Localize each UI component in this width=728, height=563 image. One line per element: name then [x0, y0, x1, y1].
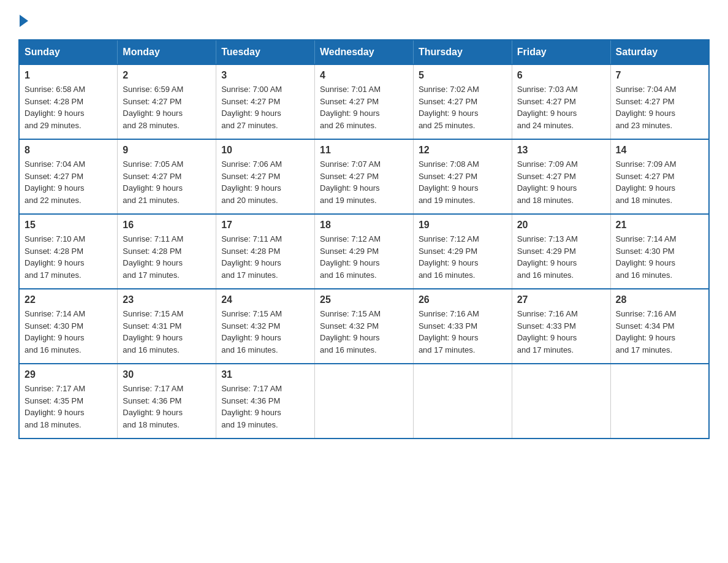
calendar-cell: 20 Sunrise: 7:13 AMSunset: 4:29 PMDaylig… [512, 214, 610, 289]
calendar-cell: 11 Sunrise: 7:07 AMSunset: 4:27 PMDaylig… [315, 139, 414, 214]
day-number: 21 [616, 220, 703, 231]
page-header [18, 12, 710, 27]
day-info: Sunrise: 7:12 AMSunset: 4:29 PMDaylight:… [419, 234, 479, 280]
calendar-week-row: 15 Sunrise: 7:10 AMSunset: 4:28 PMDaylig… [19, 214, 709, 289]
day-number: 18 [320, 220, 408, 231]
calendar-cell: 29 Sunrise: 7:17 AMSunset: 4:35 PMDaylig… [19, 364, 118, 439]
logo-arrow-icon [20, 15, 28, 27]
day-number: 29 [25, 369, 112, 380]
day-info: Sunrise: 7:06 AMSunset: 4:27 PMDaylight:… [221, 159, 282, 205]
day-number: 27 [517, 294, 605, 305]
calendar-header-row: SundayMondayTuesdayWednesdayThursdayFrid… [19, 40, 709, 64]
day-info: Sunrise: 7:09 AMSunset: 4:27 PMDaylight:… [616, 159, 677, 205]
calendar-cell: 13 Sunrise: 7:09 AMSunset: 4:27 PMDaylig… [512, 139, 610, 214]
day-info: Sunrise: 7:12 AMSunset: 4:29 PMDaylight:… [320, 234, 381, 280]
calendar-week-row: 8 Sunrise: 7:04 AMSunset: 4:27 PMDayligh… [19, 139, 709, 214]
weekday-header-monday: Monday [118, 40, 216, 64]
day-number: 4 [320, 70, 408, 81]
day-number: 24 [221, 294, 309, 305]
calendar-cell: 5 Sunrise: 7:02 AMSunset: 4:27 PMDayligh… [413, 64, 512, 139]
day-info: Sunrise: 7:08 AMSunset: 4:27 PMDaylight:… [419, 159, 479, 205]
day-info: Sunrise: 7:15 AMSunset: 4:31 PMDaylight:… [123, 309, 183, 354]
calendar-cell: 26 Sunrise: 7:16 AMSunset: 4:33 PMDaylig… [413, 289, 512, 364]
day-info: Sunrise: 7:07 AMSunset: 4:27 PMDaylight:… [320, 159, 381, 205]
calendar-cell [610, 364, 709, 439]
calendar-cell [413, 364, 512, 439]
calendar-cell: 6 Sunrise: 7:03 AMSunset: 4:27 PMDayligh… [512, 64, 610, 139]
calendar-cell: 30 Sunrise: 7:17 AMSunset: 4:36 PMDaylig… [118, 364, 216, 439]
calendar-cell: 2 Sunrise: 6:59 AMSunset: 4:27 PMDayligh… [118, 64, 216, 139]
day-info: Sunrise: 7:11 AMSunset: 4:28 PMDaylight:… [123, 234, 183, 280]
day-info: Sunrise: 7:17 AMSunset: 4:36 PMDaylight:… [123, 384, 183, 429]
logo [18, 12, 28, 27]
weekday-header-sunday: Sunday [19, 40, 118, 64]
day-info: Sunrise: 7:17 AMSunset: 4:36 PMDaylight:… [221, 384, 282, 429]
weekday-header-tuesday: Tuesday [216, 40, 315, 64]
calendar-cell: 14 Sunrise: 7:09 AMSunset: 4:27 PMDaylig… [610, 139, 709, 214]
calendar-cell: 21 Sunrise: 7:14 AMSunset: 4:30 PMDaylig… [610, 214, 709, 289]
day-info: Sunrise: 6:58 AMSunset: 4:28 PMDaylight:… [25, 85, 85, 130]
day-info: Sunrise: 7:05 AMSunset: 4:27 PMDaylight:… [123, 159, 183, 205]
day-number: 11 [320, 145, 408, 156]
day-number: 15 [25, 220, 112, 231]
day-number: 8 [25, 145, 112, 156]
day-info: Sunrise: 7:16 AMSunset: 4:34 PMDaylight:… [616, 309, 677, 354]
calendar-cell: 12 Sunrise: 7:08 AMSunset: 4:27 PMDaylig… [413, 139, 512, 214]
day-info: Sunrise: 7:14 AMSunset: 4:30 PMDaylight:… [25, 309, 85, 354]
day-number: 19 [419, 220, 507, 231]
calendar-cell: 3 Sunrise: 7:00 AMSunset: 4:27 PMDayligh… [216, 64, 315, 139]
calendar-cell: 10 Sunrise: 7:06 AMSunset: 4:27 PMDaylig… [216, 139, 315, 214]
day-number: 5 [419, 70, 507, 81]
calendar-cell: 18 Sunrise: 7:12 AMSunset: 4:29 PMDaylig… [315, 214, 414, 289]
day-number: 23 [123, 294, 211, 305]
calendar-cell: 16 Sunrise: 7:11 AMSunset: 4:28 PMDaylig… [118, 214, 216, 289]
day-info: Sunrise: 7:01 AMSunset: 4:27 PMDaylight:… [320, 85, 381, 130]
day-number: 10 [221, 145, 309, 156]
day-info: Sunrise: 7:10 AMSunset: 4:28 PMDaylight:… [25, 234, 85, 280]
day-number: 2 [123, 70, 211, 81]
day-info: Sunrise: 7:16 AMSunset: 4:33 PMDaylight:… [517, 309, 578, 354]
calendar-week-row: 29 Sunrise: 7:17 AMSunset: 4:35 PMDaylig… [19, 364, 709, 439]
day-number: 9 [123, 145, 211, 156]
calendar-cell: 9 Sunrise: 7:05 AMSunset: 4:27 PMDayligh… [118, 139, 216, 214]
day-number: 7 [616, 70, 703, 81]
day-number: 28 [616, 294, 703, 305]
day-info: Sunrise: 7:17 AMSunset: 4:35 PMDaylight:… [25, 384, 85, 429]
calendar-cell: 24 Sunrise: 7:15 AMSunset: 4:32 PMDaylig… [216, 289, 315, 364]
day-info: Sunrise: 7:04 AMSunset: 4:27 PMDaylight:… [616, 85, 677, 130]
weekday-header-thursday: Thursday [413, 40, 512, 64]
day-info: Sunrise: 7:15 AMSunset: 4:32 PMDaylight:… [320, 309, 381, 354]
day-number: 25 [320, 294, 408, 305]
day-number: 6 [517, 70, 605, 81]
calendar-cell: 27 Sunrise: 7:16 AMSunset: 4:33 PMDaylig… [512, 289, 610, 364]
day-number: 31 [221, 369, 309, 380]
day-number: 13 [517, 145, 605, 156]
day-number: 17 [221, 220, 309, 231]
day-info: Sunrise: 7:13 AMSunset: 4:29 PMDaylight:… [517, 234, 578, 280]
day-number: 1 [25, 70, 112, 81]
day-info: Sunrise: 7:09 AMSunset: 4:27 PMDaylight:… [517, 159, 578, 205]
day-number: 30 [123, 369, 211, 380]
day-info: Sunrise: 6:59 AMSunset: 4:27 PMDaylight:… [123, 85, 183, 130]
calendar-week-row: 22 Sunrise: 7:14 AMSunset: 4:30 PMDaylig… [19, 289, 709, 364]
calendar-cell: 23 Sunrise: 7:15 AMSunset: 4:31 PMDaylig… [118, 289, 216, 364]
calendar-cell [512, 364, 610, 439]
calendar-cell: 1 Sunrise: 6:58 AMSunset: 4:28 PMDayligh… [19, 64, 118, 139]
weekday-header-saturday: Saturday [610, 40, 709, 64]
day-number: 3 [221, 70, 309, 81]
calendar-cell: 8 Sunrise: 7:04 AMSunset: 4:27 PMDayligh… [19, 139, 118, 214]
calendar-cell: 15 Sunrise: 7:10 AMSunset: 4:28 PMDaylig… [19, 214, 118, 289]
calendar-cell: 19 Sunrise: 7:12 AMSunset: 4:29 PMDaylig… [413, 214, 512, 289]
day-number: 22 [25, 294, 112, 305]
day-number: 16 [123, 220, 211, 231]
day-number: 26 [419, 294, 507, 305]
day-info: Sunrise: 7:14 AMSunset: 4:30 PMDaylight:… [616, 234, 677, 280]
calendar-cell: 25 Sunrise: 7:15 AMSunset: 4:32 PMDaylig… [315, 289, 414, 364]
calendar-cell: 22 Sunrise: 7:14 AMSunset: 4:30 PMDaylig… [19, 289, 118, 364]
day-info: Sunrise: 7:15 AMSunset: 4:32 PMDaylight:… [221, 309, 282, 354]
day-number: 12 [419, 145, 507, 156]
calendar-table: SundayMondayTuesdayWednesdayThursdayFrid… [18, 39, 710, 439]
day-info: Sunrise: 7:11 AMSunset: 4:28 PMDaylight:… [221, 234, 282, 280]
day-info: Sunrise: 7:03 AMSunset: 4:27 PMDaylight:… [517, 85, 578, 130]
calendar-body: 1 Sunrise: 6:58 AMSunset: 4:28 PMDayligh… [19, 64, 709, 439]
